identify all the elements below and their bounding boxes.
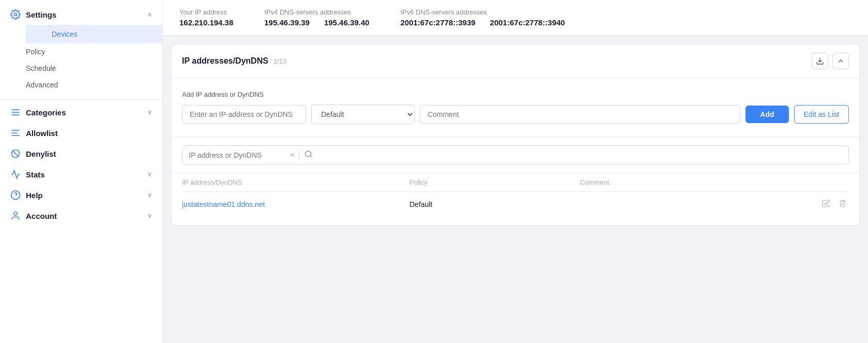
search-icon xyxy=(304,150,313,158)
denylist-label: Denylist xyxy=(26,150,56,158)
search-input[interactable] xyxy=(182,147,286,163)
ipv6-label: IPv6 DNS-servers addresses xyxy=(400,8,565,16)
cell-actions xyxy=(808,198,849,211)
account-chevron-icon: ∨ xyxy=(147,212,152,219)
account-label: Account xyxy=(26,212,57,220)
sidebar-item-advanced[interactable]: Advanced xyxy=(26,77,162,93)
header-ip: IP address/DynDNS xyxy=(182,178,409,186)
search-area: × xyxy=(172,137,859,173)
info-bar: Your IP address 162.210.194.38 IPv4 DNS-… xyxy=(163,0,868,36)
section-badge: 1/13 xyxy=(273,57,286,65)
ipv4-item: IPv4 DNS-servers addresses 195.46.39.39 … xyxy=(264,8,369,27)
search-clear-button[interactable]: × xyxy=(286,151,299,160)
section-title-text: IP addresses/DynDNS xyxy=(182,56,268,66)
settings-sub-menu: Devices Policy Schedule Advanced xyxy=(0,25,162,93)
categories-chevron-icon: ∨ xyxy=(147,109,152,116)
settings-label: Settings xyxy=(26,10,56,19)
table-row: justatestname01.ddns.net Default xyxy=(182,192,849,217)
delete-row-button[interactable] xyxy=(836,198,849,211)
edit-icon xyxy=(822,199,830,207)
download-button[interactable] xyxy=(812,53,828,69)
svg-point-0 xyxy=(14,13,17,16)
advanced-label: Advanced xyxy=(26,81,58,89)
your-ip-value: 162.210.194.38 xyxy=(179,18,233,27)
policy-select[interactable]: Default Allow Deny xyxy=(311,105,415,124)
trash-icon xyxy=(839,199,847,207)
ip-input[interactable] xyxy=(182,105,306,124)
add-form: Add IP address or DynDNS Default Allow D… xyxy=(172,78,859,137)
categories-icon xyxy=(10,107,21,117)
policy-label: Policy xyxy=(26,48,45,56)
sidebar-divider xyxy=(0,99,162,100)
header-comment: Comment xyxy=(580,178,808,186)
devices-label: Devices xyxy=(52,30,78,38)
svg-line-8 xyxy=(12,151,19,157)
categories-menu-item[interactable]: Categories ∨ xyxy=(0,102,162,123)
table-header: IP address/DynDNS Policy Comment xyxy=(182,173,849,192)
ipv4-value1: 195.46.39.39 xyxy=(264,18,310,27)
help-chevron-icon: ∨ xyxy=(147,191,152,199)
cell-policy: Default xyxy=(409,200,580,208)
ip-table: IP address/DynDNS Policy Comment justate… xyxy=(172,173,859,225)
settings-menu-item[interactable]: Settings ∧ xyxy=(0,4,162,25)
allowlist-icon xyxy=(10,128,21,138)
stats-chevron-icon: ∨ xyxy=(147,171,152,178)
settings-chevron-icon: ∧ xyxy=(147,11,152,18)
collapse-button[interactable] xyxy=(832,53,849,69)
sidebar-item-schedule[interactable]: Schedule xyxy=(26,60,162,77)
search-go-button[interactable] xyxy=(299,146,318,164)
sidebar: Settings ∧ Devices Policy Schedule Advan… xyxy=(0,0,163,343)
ipv4-value2: 195.46.39.40 xyxy=(324,18,370,27)
ipv6-value2: 2001:67c:2778::3940 xyxy=(490,18,565,27)
gear-icon xyxy=(10,9,21,20)
help-icon xyxy=(10,190,21,200)
ipv6-value1: 2001:67c:2778::3939 xyxy=(400,18,475,27)
ip-dyndns-section: IP addresses/DynDNS 1/13 xyxy=(171,44,860,226)
stats-icon xyxy=(10,169,21,180)
svg-point-11 xyxy=(14,212,18,216)
settings-section: Settings ∧ Devices Policy Schedule Advan… xyxy=(0,0,162,97)
edit-as-list-button[interactable]: Edit as List xyxy=(794,105,849,124)
sidebar-item-policy[interactable]: Policy xyxy=(26,43,162,60)
download-icon xyxy=(816,57,824,65)
categories-label: Categories xyxy=(26,108,66,117)
sidebar-item-devices[interactable]: Devices xyxy=(26,25,162,43)
form-row: Default Allow Deny Add Edit as List xyxy=(182,105,849,124)
search-wrap: × xyxy=(182,145,849,165)
section-header: IP addresses/DynDNS 1/13 xyxy=(172,44,859,78)
form-label: Add IP address or DynDNS xyxy=(182,91,849,98)
section-title: IP addresses/DynDNS 1/13 xyxy=(182,56,286,66)
denylist-icon xyxy=(10,148,21,159)
chevron-up-icon xyxy=(836,57,845,65)
stats-label: Stats xyxy=(26,170,45,179)
your-ip-item: Your IP address 162.210.194.38 xyxy=(179,8,233,27)
svg-line-14 xyxy=(310,156,312,157)
header-policy: Policy xyxy=(409,178,580,186)
help-label: Help xyxy=(26,191,43,200)
main-content: Your IP address 162.210.194.38 IPv4 DNS-… xyxy=(163,0,868,343)
schedule-label: Schedule xyxy=(26,64,56,72)
account-menu-item[interactable]: Account ∨ xyxy=(0,205,162,226)
denylist-menu-item[interactable]: Denylist xyxy=(0,143,162,164)
stats-menu-item[interactable]: Stats ∨ xyxy=(0,164,162,185)
clear-icon: × xyxy=(290,151,295,159)
ip-link[interactable]: justatestname01.ddns.net xyxy=(182,200,265,208)
add-button[interactable]: Add xyxy=(745,106,788,123)
ipv6-item: IPv6 DNS-servers addresses 2001:67c:2778… xyxy=(400,8,565,27)
comment-input[interactable] xyxy=(420,105,740,124)
your-ip-label: Your IP address xyxy=(179,8,233,16)
cell-ip: justatestname01.ddns.net xyxy=(182,200,409,208)
account-icon xyxy=(10,211,21,221)
allowlist-label: Allowlist xyxy=(26,129,58,138)
allowlist-menu-item[interactable]: Allowlist xyxy=(0,123,162,143)
svg-point-13 xyxy=(306,151,311,157)
help-menu-item[interactable]: Help ∨ xyxy=(0,185,162,205)
edit-row-button[interactable] xyxy=(820,198,832,211)
ipv4-label: IPv4 DNS-servers addresses xyxy=(264,8,369,16)
